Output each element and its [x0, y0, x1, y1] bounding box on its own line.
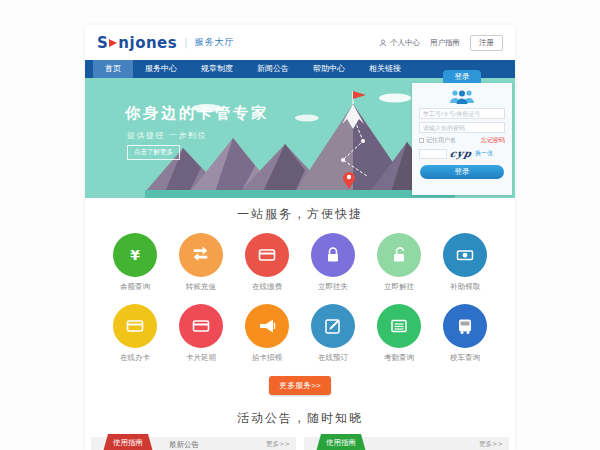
- service-label: 考勤查询: [371, 353, 427, 363]
- password-input[interactable]: [419, 122, 505, 133]
- service-label: 转账充值: [173, 282, 229, 292]
- service-label: 在线办卡: [107, 353, 163, 363]
- service-transfer-recharge[interactable]: 转账充值: [173, 233, 229, 292]
- credit-card-icon: [179, 304, 223, 348]
- user-guide-label: 用户指南: [430, 38, 460, 48]
- login-panel: 登录 记住用户名 忘记密码 cyp 换一张 登录: [412, 83, 512, 195]
- lock-icon: [311, 233, 355, 277]
- service-label: 在线预订: [305, 353, 361, 363]
- service-label: 卡片延期: [173, 353, 229, 363]
- services-row-2: 在线办卡 卡片延期 拾卡招领: [85, 304, 515, 363]
- nav-item-news[interactable]: 新闻公告: [245, 60, 301, 78]
- screenshot-canvas: S njones | 服务大厅 个人中心 用户指南 注册 首页 服务中心: [0, 0, 600, 450]
- service-label: 余额查询: [107, 282, 163, 292]
- captcha-refresh-link[interactable]: 换一张: [475, 149, 493, 158]
- username-input[interactable]: [419, 108, 505, 119]
- user-guide-link[interactable]: 用户指南: [430, 38, 460, 48]
- service-online-payment[interactable]: 在线缴费: [239, 233, 295, 292]
- nav-item-service-center[interactable]: 服务中心: [133, 60, 189, 78]
- guide-panel-left: 使用指南 最新公告 更多>>: [91, 437, 296, 450]
- service-report-loss[interactable]: 立即挂失: [305, 233, 361, 292]
- service-card-extension[interactable]: 卡片延期: [173, 304, 229, 363]
- register-button[interactable]: 注册: [470, 35, 503, 51]
- banknote-icon: [443, 233, 487, 277]
- service-found-card[interactable]: 拾卡招领: [239, 304, 295, 363]
- captcha-image: cyp: [449, 148, 473, 159]
- nav-item-links[interactable]: 相关链接: [357, 60, 413, 78]
- transfer-arrows-icon: [179, 233, 223, 277]
- more-link[interactable]: 更多>>: [266, 440, 290, 449]
- logo-arrow-icon: [109, 39, 117, 47]
- forgot-password-link[interactable]: 忘记密码: [481, 136, 505, 145]
- service-label: 校车查询: [437, 353, 493, 363]
- megaphone-icon: [245, 304, 289, 348]
- svg-text:¥: ¥: [130, 247, 140, 263]
- credit-card-icon: [245, 233, 289, 277]
- announcements-section: 活动公告，随时知晓 使用指南 最新公告 更多>> 使用指南 更多>>: [85, 410, 515, 450]
- service-online-booking[interactable]: 在线预订: [305, 304, 361, 363]
- captcha-row: cyp 换一张: [419, 148, 505, 159]
- announcements-title: 活动公告，随时知晓: [85, 410, 515, 427]
- usage-guide-tab[interactable]: 使用指南: [103, 434, 153, 450]
- bus-icon: [443, 304, 487, 348]
- service-balance-inquiry[interactable]: ¥ 余额查询: [107, 233, 163, 292]
- yuan-icon: ¥: [113, 233, 157, 277]
- header: S njones | 服务大厅 个人中心 用户指南 注册: [85, 25, 515, 60]
- login-tab[interactable]: 登录: [443, 70, 481, 83]
- personal-center-link[interactable]: 个人中心: [379, 38, 420, 48]
- announcement-panels: 使用指南 最新公告 更多>> 使用指南 更多>>: [85, 437, 515, 450]
- services-section: 一站服务，方便快捷 ¥ 余额查询 转账充值: [85, 198, 515, 395]
- personal-center-label: 个人中心: [390, 38, 420, 48]
- remember-checkbox[interactable]: [419, 138, 424, 143]
- hero-cta-button[interactable]: 点击了解更多: [127, 145, 180, 160]
- edit-icon: [311, 304, 355, 348]
- portal-page: S njones | 服务大厅 个人中心 用户指南 注册 首页 服务中心: [85, 25, 515, 450]
- service-label: 立即挂失: [305, 282, 361, 292]
- services-title: 一站服务，方便快捷: [85, 206, 515, 223]
- nav-item-rules[interactable]: 规章制度: [189, 60, 245, 78]
- panel-header-bar: 使用指南 最新公告 更多>>: [91, 437, 296, 450]
- site-subtitle: 服务大厅: [195, 36, 235, 49]
- service-label: 补助领取: [437, 282, 493, 292]
- credit-card-icon: [113, 304, 157, 348]
- usage-guide-tab[interactable]: 使用指南: [316, 434, 366, 450]
- mountain-illustration: [145, 86, 455, 198]
- more-link[interactable]: 更多>>: [479, 440, 503, 449]
- remember-row: 记住用户名 忘记密码: [419, 136, 505, 145]
- panel-header-bar: 使用指南 更多>>: [304, 437, 509, 450]
- hero-subtitle: 提供捷径 一步到位: [127, 130, 207, 141]
- guide-panel-right: 使用指南 更多>>: [304, 437, 509, 450]
- service-online-card[interactable]: 在线办卡: [107, 304, 163, 363]
- service-bus-inquiry[interactable]: 校车查询: [437, 304, 493, 363]
- nav-item-help-center[interactable]: 帮助中心: [301, 60, 357, 78]
- unlock-icon: [377, 233, 421, 277]
- more-services-button[interactable]: 更多服务>>: [269, 376, 330, 395]
- service-label: 在线缴费: [239, 282, 295, 292]
- nav-item-home[interactable]: 首页: [93, 60, 133, 78]
- users-group-icon: [412, 89, 512, 105]
- hero-title: 你身边的卡管专家: [125, 104, 269, 123]
- service-label: 拾卡招领: [239, 353, 295, 363]
- user-icon: [379, 39, 387, 47]
- list-icon: [377, 304, 421, 348]
- services-row-1: ¥ 余额查询 转账充值 在线缴费: [85, 233, 515, 292]
- logo-divider: |: [184, 37, 187, 48]
- service-subsidy-collect[interactable]: 补助领取: [437, 233, 493, 292]
- service-label: 立即解挂: [371, 282, 427, 292]
- logo: S njones | 服务大厅: [97, 34, 235, 52]
- login-submit-button[interactable]: 登录: [420, 165, 504, 179]
- remember-label: 记住用户名: [426, 136, 456, 145]
- service-cancel-loss[interactable]: 立即解挂: [371, 233, 427, 292]
- service-attendance-inquiry[interactable]: 考勤查询: [371, 304, 427, 363]
- logo-text: njones: [118, 34, 177, 52]
- captcha-input[interactable]: [419, 149, 447, 159]
- latest-announcements-tab[interactable]: 最新公告: [169, 440, 199, 450]
- header-links: 个人中心 用户指南 注册: [379, 35, 503, 51]
- logo-text: S: [97, 34, 108, 52]
